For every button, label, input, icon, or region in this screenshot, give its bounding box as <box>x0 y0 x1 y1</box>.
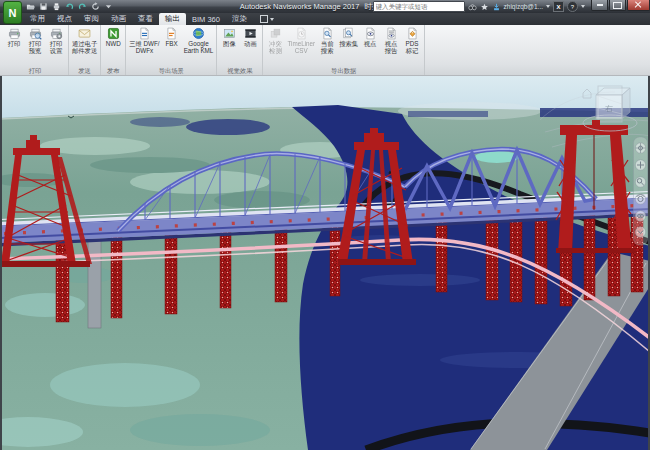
save-icon <box>39 2 48 11</box>
user-menu-caret-icon[interactable] <box>546 5 550 8</box>
title-bar: N Autodesk Navisworks Manage 2017 时报号桥.n… <box>0 0 650 13</box>
tab-view[interactable]: 查看 <box>132 13 159 25</box>
send-email-button[interactable]: 通过电子邮件发送 <box>71 26 98 55</box>
navigation-bar <box>634 137 648 245</box>
export-viewpoints-label: 视点 <box>364 40 377 47</box>
far-river-strip <box>540 108 650 117</box>
exchange-apps-icon[interactable]: X <box>553 1 564 12</box>
export-clash-tests-button: 冲突检测 <box>265 26 285 55</box>
fbx-icon <box>165 27 178 40</box>
undo-button[interactable] <box>63 1 75 12</box>
export-image-button[interactable]: 图像 <box>219 26 239 48</box>
tab-render[interactable]: 渲染 <box>226 13 253 25</box>
ribbon-tab-strip: 常用视点审阅动画查看输出BIM 360渲染 <box>0 13 650 25</box>
tab-viewpoint[interactable]: 视点 <box>51 13 78 25</box>
infocenter-search-input[interactable] <box>373 1 465 12</box>
close-button[interactable] <box>627 0 650 11</box>
save-button[interactable] <box>37 1 49 12</box>
infocenter: zhiqizqb@1... X ? <box>373 1 586 12</box>
ribbon-group-caption: 导出数据 <box>265 66 422 75</box>
app-logo-n: N <box>9 7 17 19</box>
application-menu-button[interactable]: N <box>3 1 22 24</box>
publish-nwd-button[interactable]: NWD <box>103 26 123 48</box>
export-google-earth-kml-button[interactable]: GoogleEarth KML <box>183 26 215 55</box>
ribbon-group-caption: 导出场景 <box>128 66 214 75</box>
export-3d-dwf-button[interactable]: 三维 DWF/DWFx <box>128 26 160 55</box>
undo-icon <box>65 2 74 11</box>
open-button[interactable] <box>24 1 36 12</box>
printer-icon <box>8 27 21 40</box>
print-preview-label: 打印预览 <box>29 40 42 54</box>
export-current-search-label: 当前搜索 <box>321 40 334 54</box>
tab-output[interactable]: 输出 <box>159 13 186 25</box>
export-animation-label: 动画 <box>244 40 257 47</box>
orbit-icon[interactable] <box>635 194 645 204</box>
export-pds-tags-label: PDS标记 <box>406 40 419 54</box>
print-button[interactable] <box>50 1 62 12</box>
ribbon-group-publish: NWD发布 <box>101 25 126 75</box>
print-settings-icon <box>50 27 63 40</box>
image-icon <box>223 27 236 40</box>
print-preview-button[interactable]: 打印预览 <box>25 26 45 55</box>
sign-in-icon[interactable] <box>492 3 501 11</box>
publish-nwd-label: NWD <box>106 40 121 47</box>
export-animation-button[interactable]: 动画 <box>240 26 260 48</box>
ribbon-options <box>260 13 274 25</box>
restore-button[interactable] <box>609 0 626 11</box>
print-settings-button[interactable]: 打印设置 <box>46 26 66 55</box>
ribbon-group-caption: 发送 <box>71 66 98 75</box>
tab-home[interactable]: 常用 <box>24 13 51 25</box>
viewport[interactable]: 右 <box>0 76 650 450</box>
steering-wheel-icon[interactable] <box>635 143 645 153</box>
ribbon-group-caption: 发布 <box>103 66 123 75</box>
pan-icon[interactable] <box>635 160 645 170</box>
clash-icon <box>269 27 282 40</box>
export-search-sets-button[interactable]: 搜索集 <box>338 26 359 48</box>
viewcube-face-label: 右 <box>605 104 613 113</box>
river-arm <box>186 119 270 135</box>
email-icon <box>78 27 91 40</box>
zoom-icon[interactable] <box>635 177 645 187</box>
export-viewpoint-report-label: 视点报告 <box>385 40 398 54</box>
export-timeliner-csv-label: TimeLinerCSV <box>287 40 315 54</box>
tab-animation[interactable]: 动画 <box>105 13 132 25</box>
app-title: Autodesk Navisworks Manage 2017 <box>240 2 360 11</box>
help-icon[interactable]: ? <box>567 1 578 12</box>
tab-bim-360[interactable]: BIM 360 <box>186 13 226 25</box>
pier-gray[interactable] <box>88 238 101 328</box>
more-tools-icon[interactable] <box>635 227 645 237</box>
print-icon <box>52 2 61 11</box>
viewport-3d-scene[interactable]: 右 <box>0 76 650 450</box>
river-arm-2 <box>130 117 190 127</box>
export-fbx-button[interactable]: FBX <box>162 26 182 48</box>
ribbon-display-caret-icon[interactable] <box>270 18 274 21</box>
search-binoculars-icon[interactable] <box>468 3 477 11</box>
pds-tags-icon <box>406 27 419 40</box>
export-current-search-button[interactable]: 当前搜索 <box>317 26 337 55</box>
window-controls <box>590 0 650 11</box>
export-viewpoint-report-button[interactable]: 视点报告 <box>381 26 401 55</box>
ribbon-group-visuals: 图像动画视觉效果 <box>217 25 263 75</box>
print-button[interactable]: 打印 <box>4 26 24 48</box>
qat-options-button[interactable] <box>102 1 114 12</box>
tab-review[interactable]: 审阅 <box>78 13 105 25</box>
export-image-label: 图像 <box>223 40 236 47</box>
globe-icon <box>192 27 205 40</box>
redo-icon <box>78 2 87 11</box>
user-account-label[interactable]: zhiqizqb@1... <box>504 3 543 10</box>
refresh-button[interactable] <box>89 1 101 12</box>
minimize-button[interactable] <box>591 0 608 11</box>
export-viewpoints-button[interactable]: 视点 <box>360 26 380 48</box>
export-3d-dwf-label: 三维 DWF/DWFx <box>129 40 159 54</box>
export-clash-tests-label: 冲突检测 <box>269 40 282 54</box>
export-pds-tags-button[interactable]: PDS标记 <box>402 26 422 55</box>
quick-access-toolbar <box>24 1 114 12</box>
favorites-star-icon[interactable] <box>480 3 489 11</box>
redo-button[interactable] <box>76 1 88 12</box>
print-label: 打印 <box>8 40 21 47</box>
look-icon[interactable] <box>635 211 645 221</box>
ribbon-group-caption: 打印 <box>4 66 66 75</box>
help-menu-caret-icon[interactable] <box>581 5 585 8</box>
ribbon-display-icon[interactable] <box>260 15 268 23</box>
qat-options-icon <box>104 2 113 11</box>
